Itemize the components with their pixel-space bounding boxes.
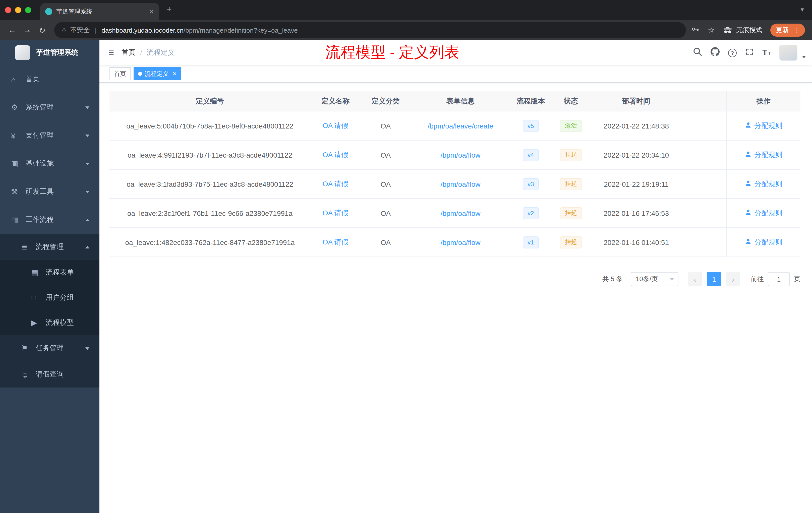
pagination: 共 5 条 10条/页 ‹ 1 › 前往 页 (110, 272, 801, 286)
assign-rule-label: 分配规则 (754, 150, 782, 159)
sidebar-item-process-model[interactable]: ▶流程模型 (0, 310, 99, 335)
window-close-button[interactable] (5, 7, 11, 13)
form-info-link[interactable]: /bpm/oa/leave/create (428, 122, 493, 130)
sidebar-item-infra[interactable]: ▣基础设施 (0, 150, 99, 178)
chevron-up-icon (85, 219, 89, 221)
row-filler (682, 228, 726, 256)
reload-icon[interactable]: ↻ (35, 25, 49, 35)
window-zoom-button[interactable] (25, 7, 31, 13)
flag-icon: ⚑ (21, 344, 33, 353)
assign-rule-link[interactable]: 分配规则 (745, 150, 782, 159)
status-badge: 挂起 (560, 149, 582, 161)
menu-dots-icon[interactable]: ⋮ (793, 26, 800, 34)
hamburger-icon[interactable]: ≡ (99, 47, 121, 58)
browser-tab[interactable]: 芋道管理系统 ✕ (40, 3, 159, 20)
address-bar[interactable]: ⚠ 不安全 | dashboard.yudao.iocoder.cn/bpm/m… (54, 22, 686, 38)
sidebar-item-workflow[interactable]: ▦工作流程 (0, 206, 99, 234)
definition-name-link[interactable]: OA 请假 (323, 179, 348, 188)
sidebar-logo[interactable]: 芋道管理系统 (0, 40, 99, 65)
sidebar-item-process-form[interactable]: ▤流程表单 (0, 260, 99, 285)
new-tab-button[interactable]: + (167, 4, 172, 14)
update-label: 更新 (776, 26, 789, 35)
definition-name-link[interactable]: OA 请假 (323, 121, 348, 130)
definition-name-link[interactable]: OA 请假 (323, 150, 348, 159)
sidebar-item-label: 流程管理 (36, 242, 64, 251)
tag-active[interactable]: 流程定义✕ (134, 67, 181, 80)
definition-name-link[interactable]: OA 请假 (323, 209, 348, 218)
form-info-link[interactable]: /bpm/oa/flow (441, 180, 481, 188)
sidebar-item-label: 支付管理 (26, 131, 54, 140)
forward-icon[interactable]: → (20, 26, 34, 35)
status-cell: 挂起 (551, 170, 590, 198)
back-icon[interactable]: ← (5, 26, 19, 35)
github-icon[interactable] (710, 47, 720, 58)
assign-rule-link[interactable]: 分配规则 (745, 121, 782, 130)
update-button[interactable]: 更新 ⋮ (770, 24, 805, 37)
sidebar-item-label: 流程表单 (46, 268, 74, 277)
status-badge: 挂起 (560, 207, 582, 219)
user-avatar[interactable] (779, 45, 798, 61)
key-icon[interactable] (691, 25, 700, 36)
avatar-dropdown-chevron-icon[interactable] (802, 56, 806, 58)
url-domain: dashboard.yudao.iocoder.cn (102, 26, 183, 34)
definition-category-cell: OA (360, 199, 411, 228)
deploy-time-cell: 2022-01-22 19:19:11 (590, 170, 682, 198)
version-badge: v2 (522, 207, 539, 219)
page-size-select[interactable]: 10条/页 (631, 272, 678, 286)
tab-favicon-icon (45, 8, 52, 15)
chevron-down-icon (85, 106, 89, 109)
incognito-indicator: 无痕模式 (723, 26, 762, 35)
chevron-up-icon (85, 246, 89, 248)
sidebar-item-payment[interactable]: ¥支付管理 (0, 121, 99, 150)
form-info-link[interactable]: /bpm/oa/flow (441, 151, 481, 159)
deploy-time-cell: 2022-01-16 01:40:51 (590, 228, 682, 256)
definition-table: 定义编号定义名称定义分类表单信息流程版本状态部署时间操作 oa_leave:5:… (110, 91, 801, 257)
column-header: 定义名称 (310, 91, 360, 111)
tab-search-chevron-icon[interactable]: ▼ (800, 6, 805, 12)
font-size-icon[interactable]: TT (762, 48, 771, 57)
definition-id-cell: oa_leave:4:991f2193-7b7f-11ec-a3c8-acde4… (110, 141, 310, 169)
search-icon[interactable] (693, 47, 702, 58)
assign-rule-link[interactable]: 分配规则 (745, 238, 782, 247)
sidebar-menu: ⌂首页⚙系统管理¥支付管理▣基础设施⚒研发工具▦工作流程≣流程管理▤流程表单∷用… (0, 65, 99, 388)
bookmark-star-icon[interactable]: ☆ (708, 26, 715, 35)
sidebar-item-home[interactable]: ⌂首页 (0, 65, 99, 93)
goto-page-input[interactable] (768, 272, 790, 286)
security-label[interactable]: 不安全 (70, 26, 90, 35)
sidebar-item-process-manage[interactable]: ≣流程管理 (0, 234, 99, 260)
page-number-button[interactable]: 1 (707, 272, 721, 286)
tab-close-icon[interactable]: ✕ (149, 8, 154, 15)
sidebar-item-task-manage[interactable]: ⚑任务管理 (0, 335, 99, 361)
assign-rule-label: 分配规则 (754, 179, 782, 188)
action-cell: 分配规则 (726, 228, 801, 256)
assign-rule-link[interactable]: 分配规则 (745, 209, 782, 218)
help-icon[interactable]: ? (728, 49, 737, 57)
next-page-button[interactable]: › (726, 272, 740, 286)
sidebar-item-label: 工作流程 (26, 215, 54, 224)
form-info-link[interactable]: /bpm/oa/flow (441, 238, 481, 246)
version-cell: v4 (510, 141, 551, 169)
close-icon[interactable]: ✕ (172, 70, 177, 77)
assign-rule-link[interactable]: 分配规则 (745, 179, 782, 188)
user-group-icon: ∷ (31, 293, 43, 302)
sidebar-item-devtools[interactable]: ⚒研发工具 (0, 178, 99, 206)
definition-name-link[interactable]: OA 请假 (323, 238, 348, 247)
yen-icon: ¥ (11, 131, 23, 140)
sidebar-item-system[interactable]: ⚙系统管理 (0, 93, 99, 121)
url-text[interactable]: dashboard.yudao.iocoder.cn/bpm/manager/d… (102, 26, 297, 34)
workflow-icon: ▦ (11, 215, 23, 224)
breadcrumb-home[interactable]: 首页 (121, 48, 136, 57)
version-badge: v3 (522, 178, 539, 190)
window-minimize-button[interactable] (15, 7, 21, 13)
fullscreen-icon[interactable] (745, 48, 754, 58)
definition-category-cell: OA (360, 170, 411, 198)
tag-item[interactable]: 首页 (110, 67, 130, 80)
goto-label: 前往 (751, 275, 764, 283)
url-path: /bpm/manager/definition?key=oa_leave (183, 26, 298, 34)
top-navbar: ≡ 首页 / 流程定义 ? TT (99, 40, 812, 65)
prev-page-button[interactable]: ‹ (688, 272, 702, 286)
form-info-link[interactable]: /bpm/oa/flow (441, 209, 481, 217)
sidebar-item-leave-query[interactable]: ☺请假查询 (0, 361, 99, 388)
sidebar-item-user-group[interactable]: ∷用户分组 (0, 285, 99, 310)
url-separator: | (95, 26, 97, 34)
